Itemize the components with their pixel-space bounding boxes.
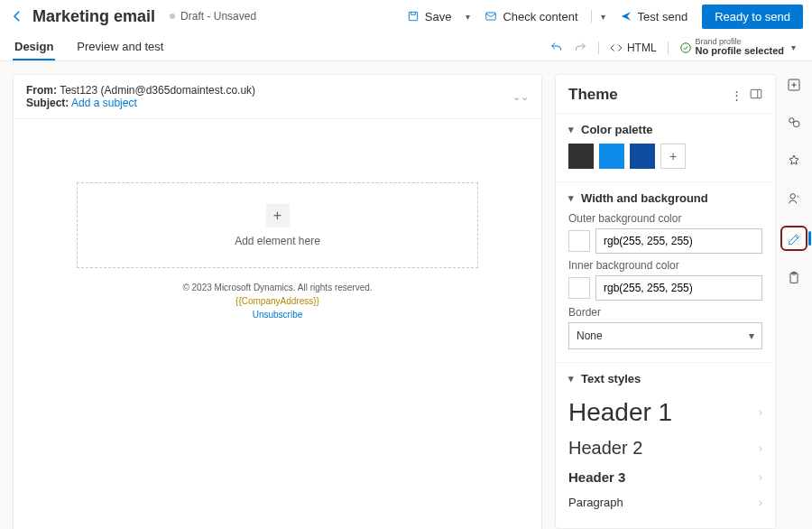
footer-company-token: {{CompanyAddress}}	[14, 294, 541, 308]
back-icon[interactable]	[9, 8, 25, 24]
divider	[598, 42, 599, 54]
dropzone-label: Add element here	[235, 235, 320, 247]
section-text-styles[interactable]: ▾ Text styles	[568, 372, 762, 385]
divider	[668, 42, 669, 54]
save-label: Save	[425, 10, 452, 23]
html-toggle[interactable]: HTML	[610, 42, 657, 54]
page-title: Marketing email	[32, 7, 155, 26]
right-rail	[776, 61, 812, 529]
brand-profile-value: No profile selected	[696, 46, 784, 57]
rail-theme-icon[interactable]	[780, 226, 807, 251]
p-label: Paragraph	[568, 496, 623, 509]
svg-point-7	[790, 194, 795, 199]
chevron-right-icon: ›	[759, 406, 762, 419]
h3-label: Header 3	[568, 469, 625, 485]
test-send-button[interactable]: Test send	[613, 6, 696, 27]
inner-bg-input[interactable]	[595, 275, 762, 301]
text-styles-label: Text styles	[581, 372, 641, 385]
add-element-icon[interactable]: +	[266, 204, 290, 227]
brand-chevron-icon: ▾	[788, 42, 799, 52]
ready-to-send-button[interactable]: Ready to send	[702, 5, 803, 29]
chevron-right-icon: ›	[759, 471, 762, 484]
check-content-button[interactable]: Check content	[477, 6, 585, 27]
check-content-chevron-icon[interactable]: ▾	[597, 12, 609, 22]
check-content-label: Check content	[503, 10, 577, 23]
email-canvas: From: Test123 (Admin@d365domaintest.co.u…	[13, 74, 542, 529]
palette-swatch-2[interactable]	[599, 144, 624, 169]
border-value: None	[577, 329, 603, 342]
svg-point-6	[793, 121, 799, 127]
palette-add-button[interactable]: +	[660, 144, 686, 169]
tab-preview[interactable]: Preview and test	[75, 34, 165, 60]
h1-label: Header 1	[568, 398, 672, 427]
subject-link[interactable]: Add a subject	[71, 97, 137, 109]
chevron-down-icon: ▾	[568, 192, 574, 204]
theme-panel: Theme ⋮ ▾ Color palette + ▾ Width and	[555, 74, 776, 529]
brand-profile-selector[interactable]: Brand profile No profile selected ▾	[679, 38, 799, 57]
chevron-right-icon: ›	[759, 442, 762, 455]
section-width-background[interactable]: ▾ Width and background	[568, 191, 762, 205]
rail-clipboard-icon[interactable]	[783, 267, 805, 289]
outer-bg-label: Outer background color	[568, 212, 762, 225]
chevron-down-icon: ▾	[749, 329, 754, 342]
status-text: Draft - Unsaved	[180, 10, 256, 23]
status-dot-icon	[170, 14, 175, 19]
element-dropzone[interactable]: + Add element here	[77, 182, 478, 268]
border-label: Border	[568, 306, 762, 319]
redo-icon[interactable]	[573, 41, 587, 55]
tab-design[interactable]: Design	[13, 34, 55, 60]
footer-copyright: © 2023 Microsoft Dynamics. All rights re…	[14, 281, 541, 294]
palette-label: Color palette	[581, 123, 652, 136]
divider	[591, 10, 592, 23]
text-style-paragraph[interactable]: Paragraph ›	[568, 490, 762, 515]
theme-title: Theme	[568, 86, 724, 104]
theme-more-icon[interactable]: ⋮	[731, 88, 743, 102]
svg-rect-1	[486, 13, 496, 20]
svg-rect-0	[409, 12, 417, 20]
inner-bg-label: Inner background color	[568, 259, 762, 272]
collapse-header-icon[interactable]: ⌄⌄	[512, 91, 529, 103]
rail-add-icon[interactable]	[783, 74, 805, 96]
html-label: HTML	[627, 42, 657, 54]
rail-elements-icon[interactable]	[783, 112, 805, 134]
inner-bg-swatch[interactable]	[568, 277, 590, 299]
rail-shape-icon[interactable]	[783, 150, 805, 172]
theme-expand-icon[interactable]	[750, 88, 762, 102]
svg-rect-3	[751, 89, 761, 97]
text-style-h3[interactable]: Header 3 ›	[568, 464, 762, 490]
footer-unsubscribe-link[interactable]: Unsubscribe	[14, 308, 541, 321]
chevron-right-icon: ›	[759, 497, 762, 509]
rail-personalize-icon[interactable]	[783, 188, 805, 209]
from-label: From:	[26, 84, 57, 97]
undo-icon[interactable]	[549, 41, 564, 55]
width-bg-label: Width and background	[581, 191, 708, 205]
h2-label: Header 2	[568, 438, 642, 459]
email-footer: © 2023 Microsoft Dynamics. All rights re…	[14, 281, 541, 321]
section-color-palette[interactable]: ▾ Color palette	[568, 123, 762, 136]
outer-bg-input[interactable]	[595, 228, 762, 254]
test-send-label: Test send	[638, 10, 688, 23]
save-chevron-icon[interactable]: ▾	[462, 12, 474, 22]
chevron-down-icon: ▾	[568, 373, 574, 385]
text-style-h1[interactable]: Header 1 ›	[568, 393, 762, 432]
svg-point-2	[680, 42, 690, 52]
outer-bg-swatch[interactable]	[568, 230, 590, 252]
palette-swatch-3[interactable]	[630, 144, 655, 169]
palette-swatch-1[interactable]	[568, 144, 594, 169]
text-style-h2[interactable]: Header 2 ›	[568, 432, 762, 464]
save-button[interactable]: Save	[400, 6, 459, 27]
chevron-down-icon: ▾	[568, 124, 574, 135]
from-value: Test123 (Admin@d365domaintest.co.uk)	[60, 84, 255, 97]
svg-point-5	[789, 118, 794, 123]
border-select[interactable]: None ▾	[568, 322, 762, 349]
subject-label: Subject:	[26, 97, 69, 109]
